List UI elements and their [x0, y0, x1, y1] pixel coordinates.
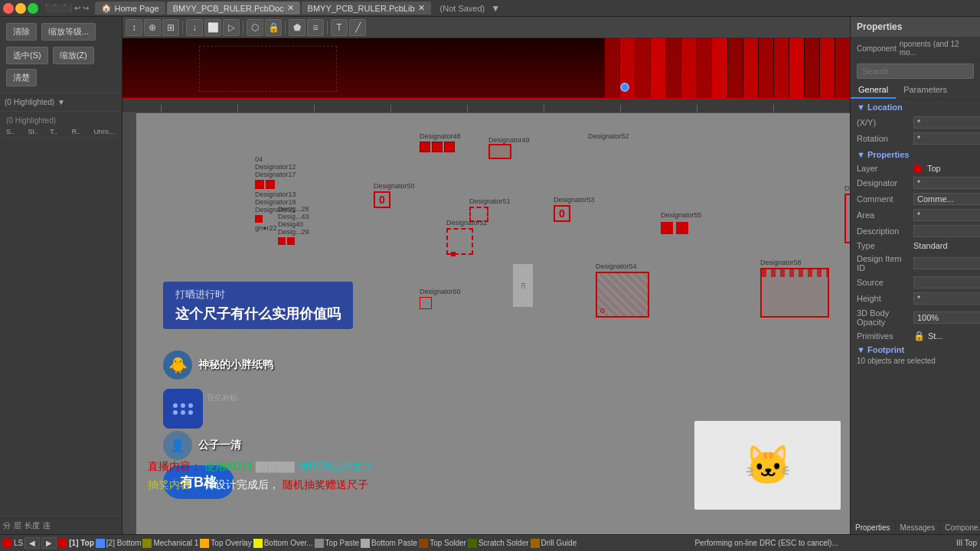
highlighted-section: (0 Highlighted) ▼ — [0, 93, 122, 112]
pad-mid-1 — [278, 237, 286, 245]
tab-bar: 🏠 Home Page BMYY_PCB_RULER.PcbDoc ✕ BMYY… — [95, 2, 431, 15]
banner-line2: 抽奖内容： 待设计完成后， 随机抽奖赠送尺子 — [148, 478, 685, 492]
sec-fen[interactable]: 分 — [3, 520, 11, 531]
minimize-btn[interactable] — [15, 3, 26, 14]
overlay-comment-box: 打晒进行时 这个尺子有什么实用价值吗 — [163, 282, 353, 329]
search-bar — [851, 60, 980, 82]
drill-guide-indicator — [531, 539, 540, 548]
maximize-btn[interactable] — [28, 3, 38, 14]
design-item-input[interactable] — [913, 257, 980, 269]
tab-general[interactable]: General — [851, 82, 896, 99]
pad-left-3 — [255, 215, 263, 223]
ls-label[interactable]: LS — [14, 539, 23, 547]
layer1-label[interactable]: [1] Top — [69, 539, 94, 547]
scratch-label[interactable]: Scratch Solder — [479, 539, 529, 547]
source-input[interactable] — [913, 276, 980, 289]
nav-next[interactable]: ▶ — [41, 537, 57, 549]
search-input[interactable] — [857, 64, 974, 79]
tab-pcblib[interactable]: BMYY_PCB_RULER.PcbLib ✕ — [302, 2, 431, 15]
tick3 — [314, 105, 315, 112]
primitives-value: St... — [928, 331, 974, 341]
top-paste-indicator — [315, 539, 324, 548]
lock-icon: 🔒 — [913, 331, 925, 341]
bottom-tab-properties[interactable]: Properties — [851, 521, 896, 534]
pin-52 — [451, 252, 456, 256]
sec-ceng[interactable]: 层 — [14, 520, 21, 531]
bottom-paste-label[interactable]: Bottom Paste — [371, 539, 417, 547]
comp-49 — [488, 144, 511, 159]
designator-60-label: Designator60 — [420, 288, 461, 309]
tab-home[interactable]: 🏠 Home Page — [95, 2, 165, 15]
xy-input[interactable] — [913, 116, 980, 129]
area-input[interactable] — [913, 209, 980, 221]
body-opacity-input[interactable] — [913, 311, 980, 324]
sep3 — [285, 21, 286, 34]
zoom-btn[interactable]: 缩放(Z) — [53, 47, 94, 64]
tool-play[interactable]: ▷ — [223, 19, 240, 36]
app-icons: ⬛⬛⬛ ↩ ↪ — [44, 4, 89, 12]
tool-list[interactable]: ≡ — [307, 19, 324, 36]
tool-poly[interactable]: ⬟ — [289, 19, 305, 36]
pcb-work-area[interactable]: Designator48 Designator49 — [136, 113, 850, 534]
zoom-level-btn[interactable]: 缩放等级... — [41, 23, 96, 41]
tool-add[interactable]: ⊕ — [144, 19, 161, 36]
dot2 — [181, 403, 185, 408]
clear2-btn[interactable]: 清楚 — [6, 69, 37, 86]
footprint-info: 10 objects are selected — [851, 356, 980, 366]
tool-text[interactable]: T — [331, 19, 348, 36]
height-label: Height — [857, 294, 910, 303]
height-input[interactable] — [913, 292, 980, 305]
select-btn[interactable]: 选中(S) — [6, 47, 48, 64]
sec-lian[interactable]: 连 — [43, 520, 51, 531]
area-row: Area — [851, 207, 980, 223]
pad-left-1 — [255, 180, 264, 189]
close-btn[interactable] — [3, 3, 14, 14]
tool-lock[interactable]: 🔒 — [265, 19, 282, 36]
properties-section-title[interactable]: ▼ Properties — [851, 147, 980, 162]
comment-question-label: 这个尺子有什么实用价值吗 — [175, 305, 341, 323]
highlighted-label: (0 Highlighted) — [5, 98, 54, 106]
dropdown-arrow[interactable]: ▼ — [57, 98, 65, 106]
designator-55-label: Designator55 — [661, 211, 702, 234]
tool-grid[interactable]: ⊞ — [162, 19, 179, 36]
tool-down[interactable]: ↓ — [186, 19, 203, 36]
location-section-title[interactable]: ▼ Location — [851, 99, 980, 115]
layer2-label[interactable]: [2] Bottom — [106, 539, 142, 547]
rotation-label: Rotation — [857, 134, 910, 143]
comp-53-body: 0 — [554, 205, 570, 222]
bottom-overlay-indicator — [253, 539, 263, 548]
comment-input[interactable] — [913, 193, 980, 205]
bottom-overlay-label[interactable]: Bottom Over... — [264, 539, 313, 547]
designator-input[interactable] — [913, 177, 980, 189]
cat-emoji: 🐱 — [744, 443, 792, 487]
title-dropdown-icon[interactable]: ▼ — [491, 3, 500, 14]
sec-length[interactable]: 长度 — [24, 520, 40, 531]
designator-53-label: Designator53 0 — [554, 196, 595, 222]
bottom-tab-messages[interactable]: Messages — [896, 521, 941, 534]
pcb-canvas-area[interactable]: Designator48 Designator49 — [122, 38, 850, 534]
top-paste-label[interactable]: Top Paste — [325, 539, 359, 547]
bottom-tab-bar: Properties Messages Compone... — [851, 520, 980, 534]
tool-line[interactable]: ╱ — [349, 19, 366, 36]
drill-guide-label[interactable]: Drill Guide — [541, 539, 577, 547]
tab-parameters[interactable]: Parameters — [896, 82, 955, 99]
user-duck-row: 🐥 神秘的小胖纸鸭 — [163, 350, 273, 380]
dots-button[interactable] — [163, 389, 203, 429]
top-solder-label[interactable]: Top Solder — [430, 539, 466, 547]
tool-route[interactable]: ↕ — [126, 19, 142, 36]
bottom-tab-components[interactable]: Compone... — [940, 521, 980, 534]
tab-pcbdoc[interactable]: BMYY_PCB_RULER.PcbDoc ✕ — [167, 2, 300, 15]
pcb-canvas[interactable]: Designator48 Designator49 — [122, 38, 850, 534]
rotation-input[interactable] — [913, 132, 980, 145]
description-input[interactable] — [913, 225, 980, 237]
red-top-bar — [122, 38, 850, 99]
mechanical-label[interactable]: Mechanical 1 — [153, 539, 198, 547]
layer-red-indicator — [3, 539, 12, 548]
footprint-section-title[interactable]: ▼ Footprint — [851, 344, 980, 356]
clear-btn[interactable]: 清除 — [6, 23, 37, 41]
top-overlay-label[interactable]: Top Overlay — [211, 539, 251, 547]
tool-rect[interactable]: ⬜ — [204, 19, 221, 36]
nav-prev[interactable]: ◀ — [24, 537, 40, 549]
tool-hex[interactable]: ⬡ — [247, 19, 263, 36]
banner-cyan1: 做PCB信仰之尺 — [298, 460, 374, 472]
